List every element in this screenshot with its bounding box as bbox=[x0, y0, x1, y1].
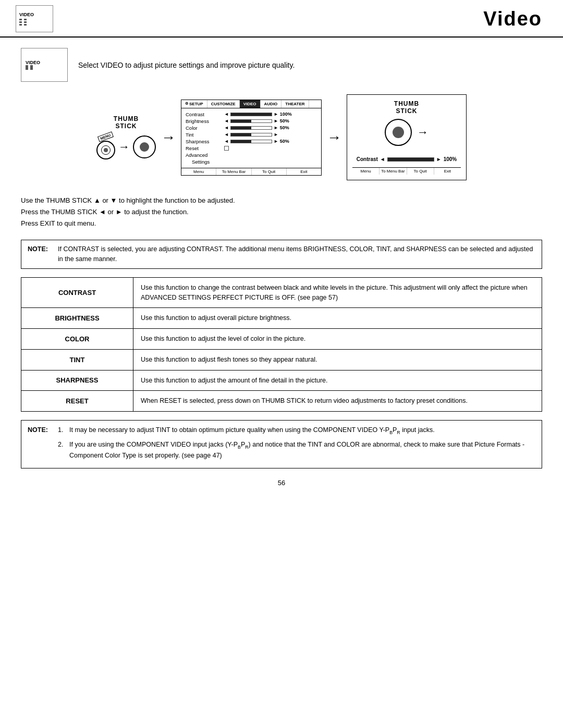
feature-label-sharpness: SHARPNESS bbox=[21, 371, 133, 391]
feature-row-color: COLOR Use this function to adjust the le… bbox=[21, 328, 542, 349]
menu-button-area: MENU bbox=[96, 134, 115, 159]
right-bar-fill bbox=[388, 158, 434, 161]
feature-row-brightness: BRIGHTNESS Use this function to adjust o… bbox=[21, 307, 542, 328]
page-header: VIDEO Video bbox=[0, 0, 563, 38]
feature-row-reset: RESET When RESET is selected, press down… bbox=[21, 390, 542, 412]
instruction-line1: Use the THUMB STICK ▲ or ▼ to highlight … bbox=[21, 195, 542, 206]
note1-text: If CONTRAST is selected, you are adjusti… bbox=[58, 244, 535, 264]
feature-desc-reset: When RESET is selected, press down on TH… bbox=[133, 391, 542, 411]
left-diagram: THUMB STICK MENU → bbox=[96, 115, 156, 160]
feature-label-contrast: CONTRAST bbox=[21, 278, 133, 308]
feature-desc-contrast: Use this function to change the contrast… bbox=[133, 278, 542, 308]
feature-label-brightness: BRIGHTNESS bbox=[21, 308, 133, 328]
note1-box: NOTE: If CONTRAST is selected, you are a… bbox=[21, 240, 542, 269]
feature-row-contrast: CONTRAST Use this function to change the… bbox=[21, 277, 542, 308]
instruction-line2: Press the THUMB STICK ◄ or ► to adjust t… bbox=[21, 206, 542, 218]
instruction-line3: Press EXIT to quit menu. bbox=[21, 218, 542, 229]
menu-items-list: Contrast ◄ ► 100% Brightness ◄ ► bbox=[181, 108, 321, 168]
menu-item-contrast: Contrast ◄ ► 100% bbox=[186, 112, 317, 117]
left-circle bbox=[96, 141, 115, 159]
left-thumb-label: THUMB STICK bbox=[114, 115, 139, 130]
feature-desc-sharpness: Use this function to adjust the amount o… bbox=[133, 371, 542, 391]
note2-item-2: 2. If you are using the COMPONENT VIDEO … bbox=[58, 439, 535, 461]
feature-desc-tint: Use this function to adjust flesh tones … bbox=[133, 350, 542, 370]
note2-item-1: 1. It may be necessary to adjust TINT to… bbox=[58, 425, 535, 436]
menu-item-sharpness: Sharpness ◄ ► 50% bbox=[186, 139, 317, 144]
arrow-right-diagram: → bbox=[327, 129, 341, 146]
feature-desc-color: Use this function to adjust the level of… bbox=[133, 329, 542, 349]
menu-footer: Menu To Menu Bar To Quit Exit bbox=[181, 168, 321, 175]
feature-desc-brightness: Use this function to adjust overall pict… bbox=[133, 308, 542, 328]
intro-text: Select VIDEO to adjust picture settings … bbox=[78, 61, 295, 69]
right-thumb-label: THUMB STICK bbox=[394, 100, 419, 115]
menu-item-settings: Settings bbox=[186, 159, 317, 165]
right-arrow: → bbox=[417, 126, 429, 139]
feature-label-color: COLOR bbox=[21, 329, 133, 349]
right-thumb-stick bbox=[385, 119, 412, 146]
note2-label: NOTE: bbox=[28, 425, 53, 464]
header-icon: VIDEO bbox=[16, 5, 53, 32]
instructions: Use the THUMB STICK ▲ or ▼ to highlight … bbox=[21, 195, 542, 229]
right-thumb-area: → bbox=[385, 119, 429, 146]
menu-item-tint: Tint ◄ ► bbox=[186, 132, 317, 138]
feature-label-reset: RESET bbox=[21, 391, 133, 411]
tab-setup: ⚙SETUP bbox=[181, 100, 207, 108]
left-thumb-area: MENU → bbox=[96, 134, 156, 159]
menu-item-brightness: Brightness ◄ ► 50% bbox=[186, 118, 317, 124]
intro-dot-grid bbox=[26, 65, 33, 70]
reset-checkbox bbox=[224, 146, 229, 151]
note2-items: 1. It may be necessary to adjust TINT to… bbox=[58, 425, 535, 464]
right-diagram: THUMB STICK → Contrast ◄ ► 100% bbox=[347, 94, 467, 180]
page-number: 56 bbox=[21, 479, 542, 487]
left-thumb-stick bbox=[133, 135, 156, 158]
intro-icon: VIDEO bbox=[21, 48, 68, 82]
tab-audio: AUDIO bbox=[261, 100, 282, 108]
note1-label: NOTE: bbox=[28, 244, 53, 264]
feature-label-tint: TINT bbox=[21, 350, 133, 370]
arrow-to-menu: → bbox=[118, 140, 130, 154]
menu-item-reset: Reset bbox=[186, 145, 317, 151]
page-body: VIDEO Select VIDEO to adjust picture set… bbox=[0, 38, 563, 497]
right-diagram-footer: Menu To Menu Bar To Quit Exit bbox=[352, 167, 461, 175]
menu-tabs: ⚙SETUP CUSTOMIZE VIDEO AUDIO THEATER bbox=[181, 100, 321, 108]
features-table: CONTRAST Use this function to change the… bbox=[21, 277, 542, 412]
feature-row-tint: TINT Use this function to adjust flesh t… bbox=[21, 349, 542, 370]
menu-item-advanced: Advanced bbox=[186, 152, 317, 158]
feature-row-sharpness: SHARPNESS Use this function to adjust th… bbox=[21, 370, 542, 391]
bottom-note: NOTE: 1. It may be necessary to adjust T… bbox=[21, 420, 542, 468]
tab-theater: THEATER bbox=[282, 100, 309, 108]
menu-box: ⚙SETUP CUSTOMIZE VIDEO AUDIO THEATER Con… bbox=[181, 100, 322, 176]
right-contrast-row: Contrast ◄ ► 100% bbox=[357, 156, 457, 162]
tab-video: VIDEO bbox=[240, 100, 261, 108]
intro-section: VIDEO Select VIDEO to adjust picture set… bbox=[21, 48, 542, 82]
dot-grid bbox=[19, 19, 27, 26]
menu-item-color: Color ◄ ► 50% bbox=[186, 125, 317, 131]
diagram-section: THUMB STICK MENU → bbox=[21, 94, 542, 180]
arrow-center: → bbox=[161, 129, 176, 146]
page-title: Video bbox=[483, 8, 542, 30]
tab-customize: CUSTOMIZE bbox=[207, 100, 240, 108]
